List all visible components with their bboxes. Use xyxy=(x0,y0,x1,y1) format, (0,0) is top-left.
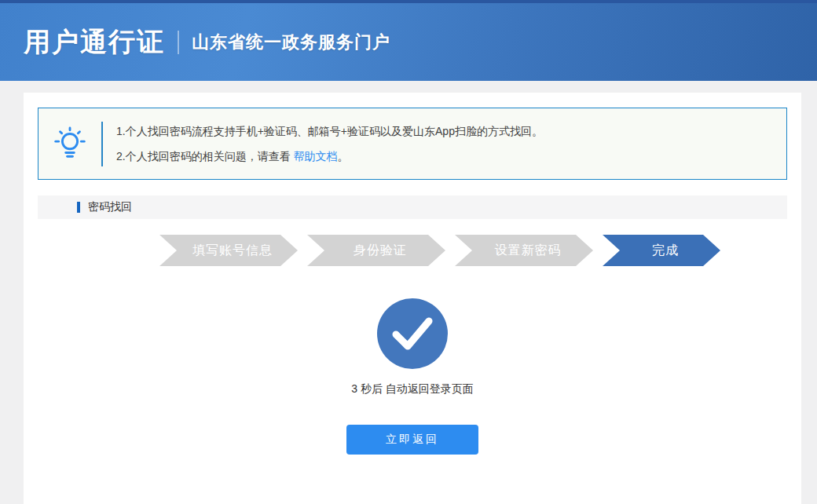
help-doc-link[interactable]: 帮助文档 xyxy=(294,150,338,163)
section-header-password-recovery: 密码找回 xyxy=(38,195,787,219)
lightbulb-icon xyxy=(38,126,101,162)
return-now-button[interactable]: 立即返回 xyxy=(346,425,478,455)
main-area: 1.个人找回密码流程支持手机+验证码、邮箱号+验证码以及爱山东App扫脸的方式找… xyxy=(0,93,817,504)
countdown-text: 3 秒后 自动返回登录页面 xyxy=(38,382,787,396)
step-set-new-password: 设置新密码 xyxy=(455,235,593,266)
step-identity-verification: 身份验证 xyxy=(307,235,445,266)
result-panel: 3 秒后 自动返回登录页面 立即返回 xyxy=(38,298,787,455)
notice-text: 1.个人找回密码流程支持手机+验证码、邮箱号+验证码以及爱山东App扫脸的方式找… xyxy=(103,119,543,169)
notice-box: 1.个人找回密码流程支持手机+验证码、邮箱号+验证码以及爱山东App扫脸的方式找… xyxy=(38,108,787,180)
step-label: 完成 xyxy=(652,243,679,259)
content-card: 1.个人找回密码流程支持手机+验证码、邮箱号+验证码以及爱山东App扫脸的方式找… xyxy=(24,93,801,504)
notice-line-2: 2.个人找回密码的相关问题，请查看 帮助文档。 xyxy=(116,144,543,169)
step-complete: 完成 xyxy=(603,235,720,266)
header: 用户通行证 山东省统一政务服务门户 xyxy=(0,3,817,81)
section-marker xyxy=(77,202,80,213)
notice-line-2-suffix: 。 xyxy=(338,150,349,163)
notice-line-1: 1.个人找回密码流程支持手机+验证码、邮箱号+验证码以及爱山东App扫脸的方式找… xyxy=(116,119,543,144)
success-check-icon xyxy=(377,298,448,369)
portal-subtitle: 山东省统一政务服务门户 xyxy=(192,31,390,54)
step-label: 填写账号信息 xyxy=(192,243,273,259)
notice-line-2-prefix: 2.个人找回密码的相关问题，请查看 xyxy=(116,150,294,163)
header-divider xyxy=(178,31,179,54)
page-title: 用户通行证 xyxy=(24,24,165,60)
step-fill-account-info: 填写账号信息 xyxy=(159,235,298,266)
step-label: 设置新密码 xyxy=(495,243,562,259)
steps-progress: 填写账号信息 身份验证 设置新密码 完成 xyxy=(159,235,787,266)
step-label: 身份验证 xyxy=(354,243,407,259)
section-title: 密码找回 xyxy=(88,200,132,214)
